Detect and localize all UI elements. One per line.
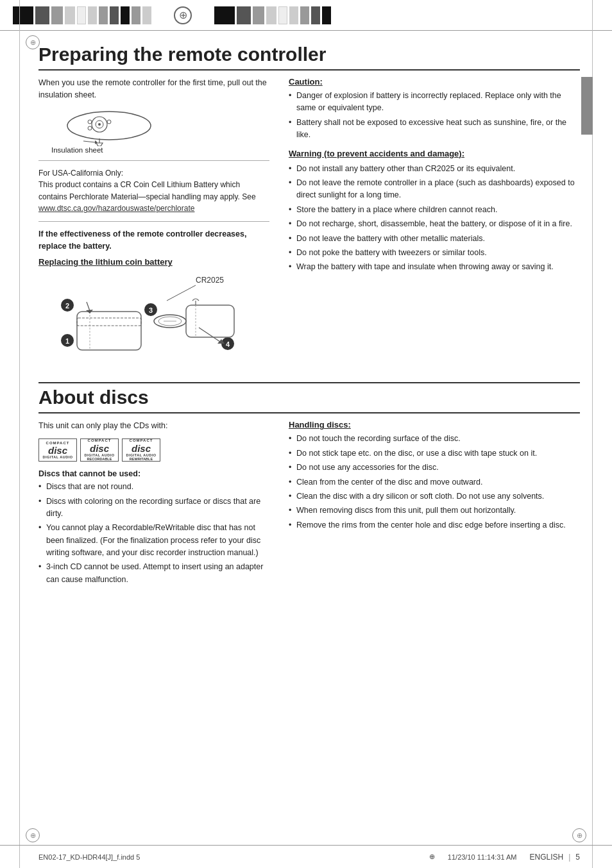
block-4 bbox=[65, 6, 75, 24]
usa-line1: For USA-California Only: bbox=[38, 169, 123, 178]
warning-item-2: Do not leave the remote controller in a … bbox=[289, 177, 580, 202]
disc-logo-1: COMPACT disc DIGITAL AUDIO bbox=[38, 438, 77, 462]
block-r6 bbox=[289, 6, 298, 24]
footer-datetime: 11/23/10 11:14:31 AM bbox=[448, 853, 517, 861]
warning-title: Warning (to prevent accidents and damage… bbox=[289, 148, 580, 160]
gray-sidebar-accent bbox=[581, 77, 593, 135]
disc-logo-3-main: disc bbox=[132, 444, 151, 453]
about-discs-title: About discs bbox=[38, 387, 580, 413]
svg-text:2: 2 bbox=[65, 302, 69, 310]
cannot-item-3: You cannot play a Recordable/ReWritable … bbox=[38, 522, 269, 559]
footer: EN02-17_KD-HDR44[J]_f.indd 5 ⊕ 11/23/10 … bbox=[0, 845, 612, 868]
handling-item-3: Do not use any accessories for the disc. bbox=[289, 462, 580, 474]
block-r8 bbox=[311, 6, 320, 24]
bold-warning: If the effectiveness of the remote contr… bbox=[38, 228, 269, 253]
compass-br-icon: ⊕ bbox=[572, 828, 586, 842]
right-column: Caution: Danger of explosion if battery … bbox=[289, 77, 580, 363]
remote-svg bbox=[51, 108, 154, 146]
warning-list: Do not install any battery other than CR… bbox=[289, 163, 580, 274]
caution-item-2: Battery shall not be exposed to excessiv… bbox=[289, 117, 580, 142]
warning-item-3: Store the battery in a place where child… bbox=[289, 204, 580, 216]
handling-list: Do not touch the recording surface of th… bbox=[289, 433, 580, 531]
cannot-use-list: Discs that are not round. Discs with col… bbox=[38, 481, 269, 586]
svg-line-24 bbox=[87, 302, 90, 311]
two-column-layout: When you use the remote controller for t… bbox=[38, 77, 580, 363]
battery-illustration: CR2025 1 2 3 4 bbox=[38, 270, 269, 360]
svg-text:4: 4 bbox=[226, 340, 230, 348]
battery-section-title: Replacing the lithium coin battery bbox=[38, 257, 269, 267]
compass-center-icon: ⊕ bbox=[174, 6, 192, 24]
block-1 bbox=[13, 6, 33, 24]
block-r5 bbox=[278, 6, 287, 24]
cannot-item-4: 3-inch CD cannot be used. Attempt to ins… bbox=[38, 561, 269, 586]
disc-logo-2-main: disc bbox=[90, 444, 109, 453]
handling-title: Handling discs: bbox=[289, 420, 580, 430]
cannot-item-2: Discs with coloring on the recording sur… bbox=[38, 496, 269, 521]
about-discs-section: About discs This unit can only play the … bbox=[38, 382, 580, 592]
block-2 bbox=[35, 6, 49, 24]
compass-bl-icon: ⊕ bbox=[26, 828, 40, 842]
svg-point-6 bbox=[88, 126, 92, 130]
footer-language: ENGLISH bbox=[530, 853, 564, 862]
usa-link[interactable]: www.dtsc.ca.gov/hazardouswaste/perchlora… bbox=[38, 204, 194, 213]
svg-point-5 bbox=[107, 120, 111, 124]
section-divider-1 bbox=[38, 160, 269, 161]
block-10 bbox=[132, 6, 140, 24]
discs-left-column: This unit can only play the CDs with: CO… bbox=[38, 420, 269, 592]
svg-line-29 bbox=[199, 328, 220, 342]
remote-illustration: Insulation sheet bbox=[51, 108, 269, 154]
block-r3 bbox=[253, 6, 264, 24]
disc-logo-1-bottom: DIGITAL AUDIO bbox=[42, 455, 72, 460]
caution-list: Danger of explosion if battery is incorr… bbox=[289, 90, 580, 142]
svg-text:1: 1 bbox=[65, 337, 69, 345]
warning-item-4: Do not recharge, short, disassemble, hea… bbox=[289, 218, 580, 230]
insulation-label: Insulation sheet bbox=[51, 146, 103, 154]
svg-rect-21 bbox=[77, 312, 141, 350]
svg-rect-22 bbox=[77, 318, 141, 326]
block-6 bbox=[88, 6, 97, 24]
warning-item-1: Do not install any battery other than CR… bbox=[289, 163, 580, 175]
battery-svg: CR2025 1 2 3 4 bbox=[38, 270, 244, 363]
block-9 bbox=[121, 6, 130, 24]
usa-text: For USA-California Only: This product co… bbox=[38, 167, 269, 215]
footer-compass-icon: ⊕ bbox=[429, 853, 435, 861]
discs-cannot-title: Discs that cannot be used: bbox=[38, 469, 269, 478]
svg-point-4 bbox=[88, 120, 92, 124]
block-r1 bbox=[214, 6, 235, 24]
header-bar: ⊕ bbox=[0, 0, 612, 31]
svg-rect-31 bbox=[186, 305, 234, 337]
header-blocks-right bbox=[214, 6, 331, 24]
block-r7 bbox=[300, 6, 309, 24]
compass-tl-icon: ⊕ bbox=[26, 35, 40, 49]
warning-item-7: Wrap the battery with tape and insulate … bbox=[289, 261, 580, 273]
discs-right-column: Handling discs: Do not touch the recordi… bbox=[289, 420, 580, 592]
disc-logo-2: COMPACT disc DIGITAL AUDIO Recordable bbox=[80, 438, 119, 462]
page-number-area: ENGLISH | 5 bbox=[530, 853, 581, 862]
handling-item-7: Remove the rims from the center hole and… bbox=[289, 519, 580, 531]
handling-item-1: Do not touch the recording surface of th… bbox=[289, 433, 580, 445]
disc-logo-2-sub: Recordable bbox=[87, 457, 112, 462]
disc-logos: COMPACT disc DIGITAL AUDIO COMPACT disc … bbox=[38, 438, 269, 462]
svg-point-3 bbox=[98, 123, 101, 126]
svg-point-0 bbox=[67, 112, 151, 140]
footer-page-number: 5 bbox=[575, 853, 580, 862]
disc-logo-3: COMPACT disc DIGITAL AUDIO ReWritable bbox=[122, 438, 160, 462]
block-8 bbox=[110, 6, 119, 24]
svg-text:3: 3 bbox=[149, 306, 153, 314]
cannot-item-1: Discs that are not round. bbox=[38, 481, 269, 493]
intro-text: When you use the remote controller for t… bbox=[38, 77, 269, 101]
discs-intro: This unit can only play the CDs with: bbox=[38, 420, 269, 432]
svg-line-9 bbox=[83, 141, 95, 142]
footer-separator: | bbox=[568, 853, 570, 862]
disc-logo-1-main: disc bbox=[48, 446, 67, 455]
block-11 bbox=[142, 6, 151, 24]
page-title: Preparing the remote controller bbox=[38, 44, 580, 71]
handling-item-6: When removing discs from this unit, pull… bbox=[289, 505, 580, 517]
caution-title: Caution: bbox=[289, 77, 580, 87]
block-7 bbox=[99, 6, 108, 24]
section-divider-2 bbox=[38, 221, 269, 222]
svg-line-12 bbox=[167, 285, 196, 301]
block-r2 bbox=[237, 6, 251, 24]
discs-two-column: This unit can only play the CDs with: CO… bbox=[38, 420, 580, 592]
main-content: Preparing the remote controller When you… bbox=[0, 31, 612, 605]
